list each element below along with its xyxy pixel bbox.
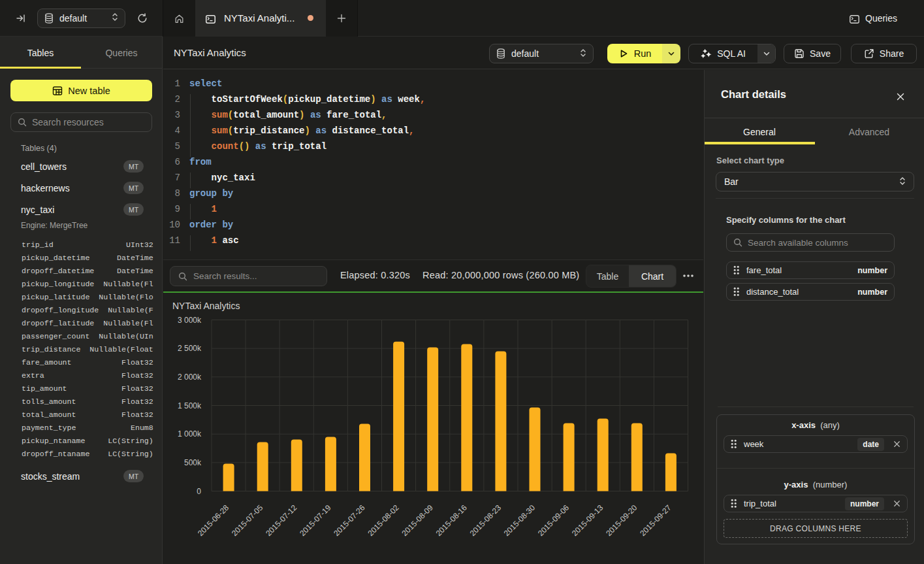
svg-text:2015-07-05: 2015-07-05 (230, 503, 265, 538)
svg-text:500k: 500k (184, 458, 202, 467)
svg-text:2015-09-06: 2015-09-06 (536, 503, 571, 538)
svg-text:2015-09-13: 2015-09-13 (570, 503, 605, 538)
svg-text:2015-06-28: 2015-06-28 (196, 503, 231, 538)
svg-text:2015-07-19: 2015-07-19 (298, 503, 333, 538)
svg-text:1 500k: 1 500k (178, 401, 202, 410)
svg-text:2015-08-09: 2015-08-09 (400, 503, 436, 538)
svg-text:2015-09-27: 2015-09-27 (638, 503, 673, 538)
svg-text:1 000k: 1 000k (178, 429, 202, 439)
svg-text:2015-08-02: 2015-08-02 (366, 503, 401, 538)
svg-text:2015-09-20: 2015-09-20 (604, 503, 639, 538)
svg-text:2015-08-23: 2015-08-23 (468, 503, 503, 538)
svg-text:2 500k: 2 500k (178, 344, 202, 353)
svg-text:0: 0 (197, 487, 201, 496)
svg-text:2 000k: 2 000k (178, 373, 202, 382)
svg-text:2015-07-12: 2015-07-12 (264, 503, 299, 538)
svg-text:3 000k: 3 000k (178, 316, 202, 325)
svg-text:2015-08-30: 2015-08-30 (502, 503, 537, 538)
svg-text:2015-07-26: 2015-07-26 (332, 503, 367, 538)
svg-text:2015-08-16: 2015-08-16 (434, 503, 470, 538)
